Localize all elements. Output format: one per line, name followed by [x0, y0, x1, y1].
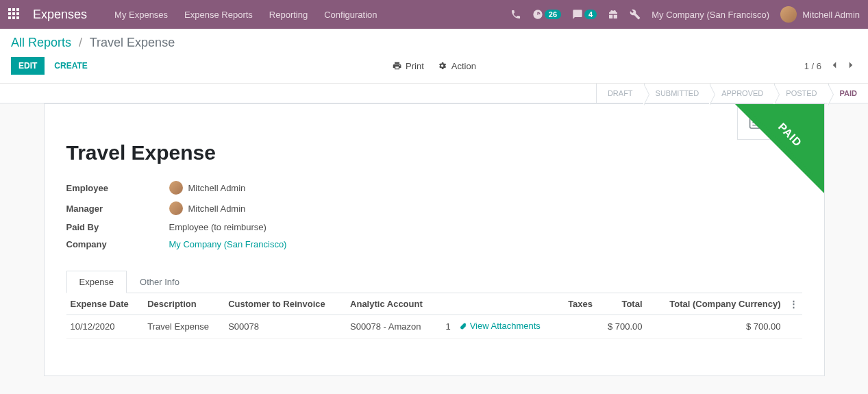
status-submitted[interactable]: SUBMITTED [644, 84, 710, 103]
print-icon [392, 61, 401, 71]
th-date[interactable]: Expense Date [66, 293, 144, 315]
manager-name: Mitchell Admin [188, 204, 246, 214]
cell-cust: S00078 [224, 315, 346, 338]
print-button[interactable]: Print [392, 61, 424, 71]
chevron-right-icon [845, 59, 857, 71]
phone-icon[interactable] [510, 9, 521, 20]
pager: 1 / 6 [804, 59, 857, 73]
nav-reporting[interactable]: Reporting [269, 10, 308, 20]
edit-button[interactable]: EDIT [11, 57, 45, 75]
tabs: Expense Other Info [66, 270, 802, 293]
nav-my-expenses[interactable]: My Expenses [114, 10, 168, 20]
print-label: Print [406, 61, 424, 71]
paperclip-icon [459, 322, 467, 330]
app-brand[interactable]: Expenses [33, 8, 87, 22]
breadcrumb-parent[interactable]: All Reports [11, 36, 71, 49]
manager-value: Mitchell Admin [169, 201, 246, 215]
form-sheet: 1 Documents PAID Travel Expense Employee… [44, 103, 825, 376]
apps-icon[interactable] [8, 8, 21, 21]
employee-label: Employee [66, 183, 169, 193]
cell-desc: Travel Expense [143, 315, 224, 338]
th-desc[interactable]: Description [143, 293, 224, 315]
table-row[interactable]: 10/12/2020 Travel Expense S00078 S00078 … [66, 315, 802, 338]
status-approved[interactable]: APPROVED [710, 84, 774, 103]
create-button[interactable]: CREATE [54, 61, 87, 71]
breadcrumb: All Reports / Travel Expense [0, 29, 868, 54]
gift-icon[interactable] [608, 9, 619, 20]
user-name: Mitchell Admin [802, 10, 860, 20]
th-attach [455, 293, 559, 315]
breadcrumb-separator: / [79, 36, 82, 49]
record-title: Travel Expense [66, 141, 802, 164]
action-button[interactable]: Action [438, 61, 476, 71]
employee-name: Mitchell Admin [188, 183, 246, 193]
cell-total: $ 700.00 [597, 315, 647, 338]
th-totalcc[interactable]: Total (Company Currency) [647, 293, 785, 315]
pager-next[interactable] [845, 59, 857, 73]
status-paid[interactable]: PAID [828, 84, 868, 103]
breadcrumb-current: Travel Expense [90, 36, 175, 49]
view-attachments-label: View Attachments [470, 321, 541, 331]
activities-badge: 26 [545, 10, 561, 19]
tab-expense[interactable]: Expense [66, 271, 127, 293]
manager-avatar [169, 201, 183, 215]
user-avatar [780, 6, 797, 23]
manager-label: Manager [66, 204, 169, 214]
th-analytic[interactable]: Analytic Account [346, 293, 439, 315]
activities-icon[interactable]: 26 [532, 9, 561, 20]
control-bar: All Reports / Travel Expense EDIT CREATE… [0, 29, 868, 84]
nav-menu: My Expenses Expense Reports Reporting Co… [114, 10, 377, 20]
messages-icon[interactable]: 4 [572, 9, 597, 20]
action-label: Action [451, 61, 476, 71]
view-attachments-link[interactable]: View Attachments [459, 321, 541, 331]
cell-attcount: 1 [439, 315, 454, 338]
employee-value: Mitchell Admin [169, 181, 246, 195]
employee-avatar [169, 181, 183, 195]
gear-icon [438, 61, 447, 71]
chevron-left-icon [828, 59, 841, 71]
company-value[interactable]: My Company (San Francisco) [169, 239, 287, 249]
cell-totalcc: $ 700.00 [647, 315, 785, 338]
user-menu[interactable]: Mitchell Admin [780, 6, 860, 23]
pager-prev[interactable] [828, 59, 841, 73]
status-posted[interactable]: POSTED [774, 84, 828, 103]
th-taxes[interactable]: Taxes [559, 293, 597, 315]
th-cust[interactable]: Customer to Reinvoice [224, 293, 346, 315]
messages-badge: 4 [584, 10, 597, 19]
table-options-icon[interactable]: ⋮ [789, 299, 798, 309]
paidby-value: Employee (to reimburse) [169, 222, 266, 232]
status-draft[interactable]: DRAFT [596, 84, 644, 103]
th-total[interactable]: Total [597, 293, 647, 315]
pager-text: 1 / 6 [804, 61, 821, 71]
debug-icon[interactable] [630, 9, 641, 20]
nav-configuration[interactable]: Configuration [324, 10, 377, 20]
company-switcher[interactable]: My Company (San Francisco) [652, 10, 769, 20]
cell-analytic: S00078 - Amazon [346, 315, 439, 338]
cell-date: 10/12/2020 [66, 315, 144, 338]
expense-lines-table: Expense Date Description Customer to Rei… [66, 293, 802, 338]
nav-expense-reports[interactable]: Expense Reports [184, 10, 253, 20]
paidby-label: Paid By [66, 222, 169, 232]
top-navbar: Expenses My Expenses Expense Reports Rep… [0, 0, 868, 29]
company-label: Company [66, 239, 169, 249]
statusbar: DRAFT SUBMITTED APPROVED POSTED PAID [0, 84, 868, 103]
tab-other-info[interactable]: Other Info [127, 271, 193, 293]
th-attcount [439, 293, 454, 315]
cell-taxes [559, 315, 597, 338]
